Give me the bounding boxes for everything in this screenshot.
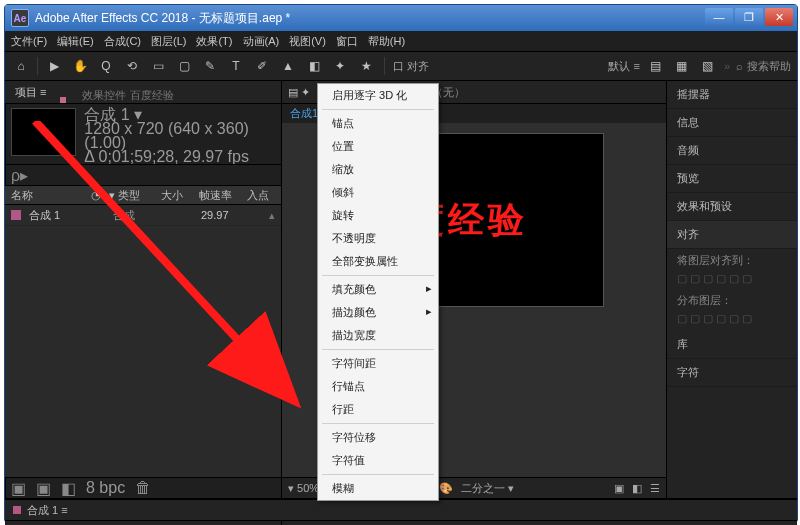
- menu-help[interactable]: 帮助(H): [368, 34, 405, 49]
- menu-composition[interactable]: 合成(C): [104, 34, 141, 49]
- menu-view[interactable]: 视图(V): [289, 34, 326, 49]
- workspace-icon-3[interactable]: ▧: [698, 56, 718, 76]
- context-menu-item[interactable]: 锚点: [318, 112, 438, 135]
- new-comp-icon[interactable]: ◧: [61, 479, 76, 498]
- panel-audio[interactable]: 音频: [667, 137, 797, 165]
- current-timecode[interactable]: 0;00;00;00: [5, 521, 105, 525]
- new-folder-icon[interactable]: ▣: [36, 479, 51, 498]
- col-size[interactable]: 大小: [161, 188, 191, 203]
- panel-effects-presets[interactable]: 效果和预设: [667, 193, 797, 221]
- panel-info[interactable]: 信息: [667, 109, 797, 137]
- brush-tool-icon[interactable]: ✐: [252, 56, 272, 76]
- menu-file[interactable]: 文件(F): [11, 34, 47, 49]
- toolbar: ⌂ ▶ ✋ Q ⟲ ▭ ▢ ✎ T ✐ ▲ ◧ ✦ ★ 口 对齐 默认 ≡ ▤ …: [5, 51, 797, 81]
- distribute-label: 分布图层：: [667, 289, 797, 312]
- maximize-button[interactable]: ❐: [735, 8, 763, 26]
- context-menu-separator: [322, 275, 434, 276]
- distribute-buttons[interactable]: ▢ ▢ ▢ ▢ ▢ ▢: [667, 312, 797, 331]
- interpret-icon[interactable]: ▣: [11, 479, 26, 498]
- context-menu-separator: [322, 349, 434, 350]
- context-menu-item[interactable]: 倾斜: [318, 181, 438, 204]
- context-menu-item[interactable]: 缩放: [318, 158, 438, 181]
- separator: [37, 57, 38, 75]
- col-label-icon[interactable]: ◔: [91, 189, 101, 202]
- panel-preview[interactable]: 预览: [667, 165, 797, 193]
- project-row[interactable]: 合成 1 合成 29.97 ▴: [5, 205, 281, 226]
- panel-character[interactable]: 字符: [667, 359, 797, 387]
- col-fps[interactable]: 帧速率: [199, 188, 239, 203]
- pen-tool-icon[interactable]: ✎: [200, 56, 220, 76]
- channel-icon[interactable]: 🎨: [439, 482, 453, 495]
- snap-toggle[interactable]: 口 对齐: [393, 59, 429, 74]
- roto-tool-icon[interactable]: ✦: [330, 56, 350, 76]
- menu-layer[interactable]: 图层(L): [151, 34, 186, 49]
- panel-align[interactable]: 对齐: [667, 221, 797, 249]
- viewer-icon-r3[interactable]: ☰: [650, 482, 660, 495]
- magnification-dropdown[interactable]: ▾ 50%: [288, 482, 319, 495]
- context-menu-item[interactable]: 字符间距: [318, 352, 438, 375]
- bpc-label[interactable]: 8 bpc: [86, 479, 125, 497]
- hand-tool-icon[interactable]: ✋: [70, 56, 90, 76]
- camera-tool-icon[interactable]: ▭: [148, 56, 168, 76]
- context-menu-item[interactable]: 填充颜色▸: [318, 278, 438, 301]
- comp-meta: 合成 1 ▾ 1280 x 720 (640 x 360) (1.00) Δ 0…: [84, 108, 275, 160]
- comp-tab-icons[interactable]: ▤ ✦: [288, 86, 310, 99]
- row-type: 合成: [113, 208, 155, 223]
- window-buttons: — ❐ ✕: [703, 8, 793, 28]
- search-placeholder[interactable]: 搜索帮助: [747, 59, 791, 74]
- workspace-icon-2[interactable]: ▦: [672, 56, 692, 76]
- align-buttons[interactable]: ▢ ▢ ▢ ▢ ▢ ▢: [667, 272, 797, 289]
- panel-library[interactable]: 库: [667, 331, 797, 359]
- menu-window[interactable]: 窗口: [336, 34, 358, 49]
- context-menu-item[interactable]: 位置: [318, 135, 438, 158]
- comp-thumbnail[interactable]: [11, 108, 76, 156]
- submenu-arrow-icon: ▸: [426, 305, 432, 318]
- menu-edit[interactable]: 编辑(E): [57, 34, 94, 49]
- project-columns: 名称 ◔ ▾ 类型 大小 帧速率 入点: [5, 186, 281, 205]
- context-menu-item[interactable]: 启用逐字 3D 化: [318, 84, 438, 107]
- stamp-tool-icon[interactable]: ▲: [278, 56, 298, 76]
- trash-icon[interactable]: 🗑: [135, 479, 151, 497]
- shape-tool-icon[interactable]: ▢: [174, 56, 194, 76]
- minimize-button[interactable]: —: [705, 8, 733, 26]
- context-menu-item[interactable]: 不透明度: [318, 227, 438, 250]
- timeline-tab[interactable]: 合成 1 ≡: [5, 500, 797, 521]
- col-inpoint[interactable]: 入点: [247, 188, 269, 203]
- workspace-dropdown[interactable]: 默认 ≡: [608, 59, 639, 74]
- workspace-icon-1[interactable]: ▤: [646, 56, 666, 76]
- context-menu-item[interactable]: 描边宽度: [318, 324, 438, 347]
- context-menu-item[interactable]: 字符值: [318, 449, 438, 472]
- row-name: 合成 1: [29, 208, 87, 223]
- context-menu-item[interactable]: 描边颜色▸: [318, 301, 438, 324]
- eraser-tool-icon[interactable]: ◧: [304, 56, 324, 76]
- col-name[interactable]: 名称: [11, 188, 83, 203]
- window-title: Adobe After Effects CC 2018 - 无标题项目.aep …: [35, 10, 703, 27]
- viewer-icon-r1[interactable]: ▣: [614, 482, 624, 495]
- context-menu-item[interactable]: 行距: [318, 398, 438, 421]
- zoom-tool-icon[interactable]: Q: [96, 56, 116, 76]
- context-menu-item[interactable]: 全部变换属性: [318, 250, 438, 273]
- context-menu-item[interactable]: 旋转: [318, 204, 438, 227]
- row-fps: 29.97: [201, 209, 229, 221]
- context-menu-item[interactable]: 字符位移: [318, 426, 438, 449]
- tab-project[interactable]: 项目 ≡: [13, 82, 48, 103]
- label-color-icon: [11, 210, 21, 220]
- help-search: ⌕ 搜索帮助: [736, 59, 791, 74]
- context-menu-item[interactable]: 模糊: [318, 477, 438, 500]
- selection-tool-icon[interactable]: ▶: [44, 56, 64, 76]
- text-tool-icon[interactable]: T: [226, 56, 246, 76]
- viewer-icon-r2[interactable]: ◧: [632, 482, 642, 495]
- menu-effect[interactable]: 效果(T): [196, 34, 232, 49]
- tab-effect-controls[interactable]: 效果控件 百度经验: [82, 88, 173, 103]
- project-search-input[interactable]: ρ▸: [11, 166, 28, 185]
- puppet-tool-icon[interactable]: ★: [356, 56, 376, 76]
- context-menu-item[interactable]: 行锚点: [318, 375, 438, 398]
- home-icon[interactable]: ⌂: [11, 56, 31, 76]
- orbit-tool-icon[interactable]: ⟲: [122, 56, 142, 76]
- submenu-arrow-icon: ▸: [426, 282, 432, 295]
- panel-wiggler[interactable]: 摇摆器: [667, 81, 797, 109]
- close-button[interactable]: ✕: [765, 8, 793, 26]
- resolution-dropdown[interactable]: 二分之一 ▾: [461, 481, 514, 496]
- menu-animation[interactable]: 动画(A): [243, 34, 280, 49]
- col-type[interactable]: ▾ 类型: [109, 188, 153, 203]
